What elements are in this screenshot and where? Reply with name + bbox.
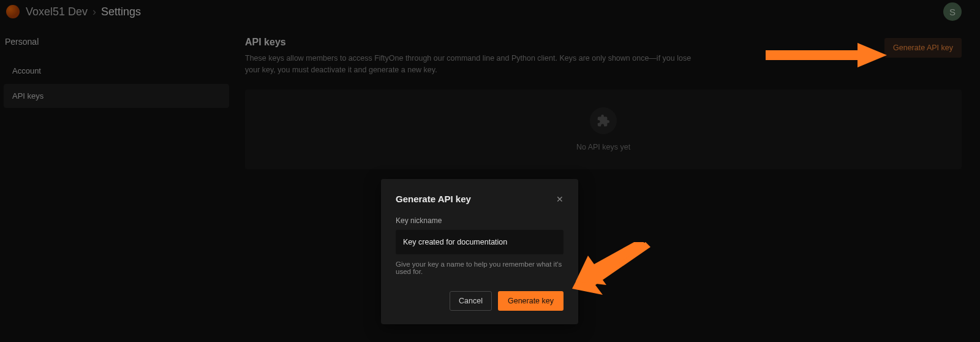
- puzzle-piece-icon: [590, 107, 617, 134]
- sidebar: Personal Account API keys: [0, 37, 233, 169]
- key-nickname-input[interactable]: [396, 230, 564, 254]
- key-nickname-label: Key nickname: [396, 216, 564, 225]
- header-left: Voxel51 Dev › Settings: [6, 5, 141, 18]
- avatar[interactable]: S: [943, 2, 962, 21]
- generate-key-button[interactable]: Generate key: [498, 291, 564, 311]
- modal-actions: Cancel Generate key: [396, 291, 564, 311]
- app-logo-icon[interactable]: [6, 5, 20, 18]
- page-header-text: API keys These keys allow members to acc…: [245, 37, 698, 76]
- close-icon[interactable]: ✕: [556, 194, 564, 204]
- page-title: API keys: [245, 37, 698, 48]
- page-subtitle: These keys allow members to access Fifty…: [245, 53, 698, 76]
- breadcrumb: Voxel51 Dev › Settings: [26, 6, 141, 18]
- svg-marker-2: [576, 242, 646, 285]
- sidebar-heading: Personal: [4, 37, 229, 59]
- breadcrumb-org[interactable]: Voxel51 Dev: [26, 6, 88, 18]
- sidebar-item-api-keys[interactable]: API keys: [4, 84, 229, 108]
- top-header: Voxel51 Dev › Settings S: [0, 0, 980, 23]
- key-nickname-hint: Give your key a name to help you remembe…: [396, 260, 564, 275]
- empty-state-text: No API keys yet: [576, 143, 630, 151]
- svg-marker-0: [766, 43, 887, 67]
- api-keys-empty-panel: No API keys yet: [245, 89, 962, 169]
- modal-title: Generate API key: [396, 194, 471, 204]
- generate-api-key-modal: Generate API key ✕ Key nickname Give you…: [381, 179, 578, 324]
- annotation-arrow-right-icon: [766, 38, 888, 72]
- chevron-right-icon: ›: [92, 6, 96, 18]
- annotation-arrow-diagonal-icon: [572, 242, 652, 303]
- breadcrumb-page: Settings: [101, 6, 141, 18]
- sidebar-item-account[interactable]: Account: [4, 59, 229, 83]
- cancel-button[interactable]: Cancel: [450, 291, 492, 311]
- modal-header: Generate API key ✕: [396, 194, 564, 204]
- generate-api-key-button[interactable]: Generate API key: [884, 38, 962, 58]
